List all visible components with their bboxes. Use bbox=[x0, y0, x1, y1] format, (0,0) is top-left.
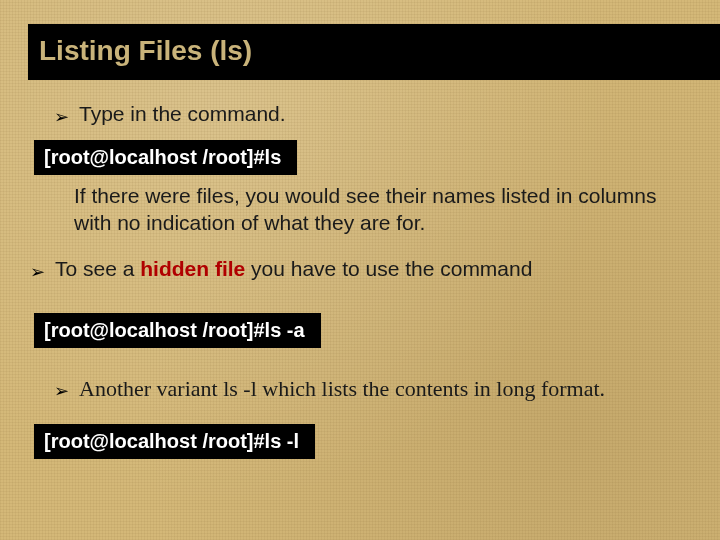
hidden-file-phrase: hidden file bbox=[140, 257, 245, 280]
command-box-ls-l: [root@localhost /root]#ls -l bbox=[34, 424, 315, 459]
bullet-2-post: you have to use the command bbox=[245, 257, 532, 280]
bullet-3-text: Another variant ls -l which lists the co… bbox=[79, 376, 605, 402]
bullet-1-text: Type in the command. bbox=[79, 102, 286, 126]
page-title: Listing Files (ls) bbox=[28, 24, 720, 80]
command-box-ls-a: [root@localhost /root]#ls -a bbox=[34, 313, 321, 348]
arrow-icon: ➢ bbox=[54, 378, 69, 404]
arrow-icon: ➢ bbox=[30, 259, 45, 285]
paragraph-1: If there were files, you would see their… bbox=[74, 183, 676, 237]
slide: Listing Files (ls) ➢ Type in the command… bbox=[0, 0, 720, 483]
bullet-1: ➢ Type in the command. bbox=[54, 102, 700, 130]
bullet-2-text: To see a hidden file you have to use the… bbox=[55, 257, 532, 281]
bullet-3: ➢ Another variant ls -l which lists the … bbox=[54, 376, 700, 404]
bullet-2-pre: To see a bbox=[55, 257, 140, 280]
arrow-icon: ➢ bbox=[54, 104, 69, 130]
command-box-ls: [root@localhost /root]#ls bbox=[34, 140, 297, 175]
bullet-2: ➢ To see a hidden file you have to use t… bbox=[30, 257, 700, 285]
